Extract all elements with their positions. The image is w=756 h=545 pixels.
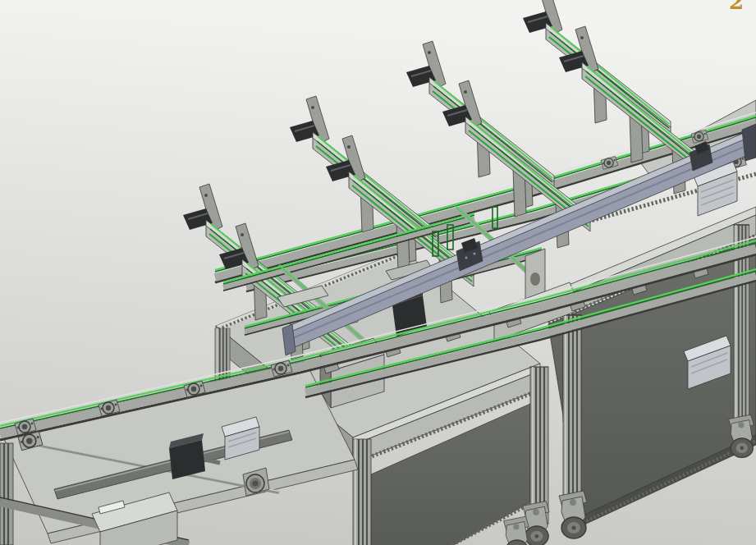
annotation-digit: 2 — [729, 0, 744, 14]
cad-stage: 2 — [0, 0, 756, 545]
left-cart-post — [0, 443, 13, 545]
caster-right-front — [559, 491, 587, 538]
middle-cart-leg-front-left — [353, 439, 371, 545]
right-cart-leg-left — [563, 315, 581, 515]
middle-cart-leg-front-right — [530, 367, 548, 524]
caster-right-rear — [729, 414, 754, 457]
cad-viewport[interactable]: 2 — [0, 0, 756, 545]
plate-cutout — [530, 272, 540, 286]
